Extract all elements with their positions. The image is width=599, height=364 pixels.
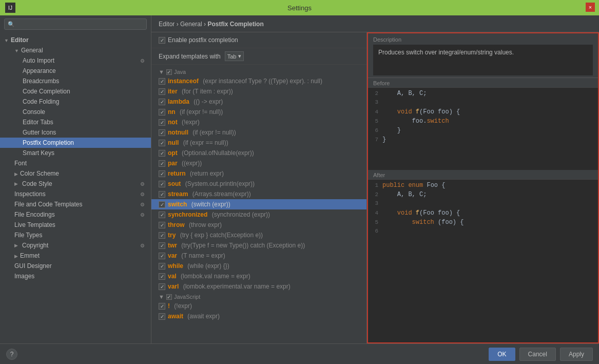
settings-icon-fct[interactable]: ⚙: [140, 202, 145, 207]
template-twr[interactable]: twr (try(Type f = new Type()) catch (Exc…: [151, 240, 366, 251]
sidebar-item-color-scheme[interactable]: ▶Color Scheme: [0, 168, 151, 179]
tree-area: ▼Editor ▼General Auto Import ⚙ Appearanc…: [0, 33, 151, 343]
opt-cb[interactable]: [159, 150, 165, 157]
sidebar-item-smart-keys[interactable]: Smart Keys: [0, 148, 151, 158]
settings-icon-inspections[interactable]: ⚙: [140, 191, 145, 197]
not-cb[interactable]: [159, 119, 165, 126]
settings-icon-fe[interactable]: ⚙: [140, 212, 145, 218]
sidebar-item-console[interactable]: Console: [0, 107, 151, 117]
template-null[interactable]: null (if (expr == null)): [151, 138, 366, 148]
close-button[interactable]: ×: [586, 3, 595, 12]
template-lambda[interactable]: lambda (() -> expr): [151, 97, 366, 107]
sidebar-item-code-folding[interactable]: Code Folding: [0, 97, 151, 107]
template-return[interactable]: return (return expr): [151, 168, 366, 179]
app-icon: IJ: [5, 3, 15, 13]
iter-cb[interactable]: [159, 88, 165, 95]
while-cb[interactable]: [159, 263, 165, 270]
sidebar-item-editor-tabs[interactable]: Editor Tabs: [0, 117, 151, 127]
template-stream[interactable]: stream (Arrays.stream(expr)): [151, 189, 366, 199]
template-not[interactable]: not (!expr): [151, 117, 366, 127]
apply-button[interactable]: Apply: [560, 348, 593, 361]
sidebar-item-editor[interactable]: ▼Editor: [0, 35, 151, 45]
sidebar-item-appearance[interactable]: Appearance: [0, 66, 151, 76]
var-cb[interactable]: [159, 253, 165, 259]
sidebar-item-inspections[interactable]: Inspections ⚙: [0, 189, 151, 199]
varl-cb[interactable]: [159, 283, 165, 290]
java-section-triangle: ▼: [159, 69, 164, 75]
after-line-2: 2 A, B, C;: [368, 191, 598, 200]
enable-checkbox[interactable]: [159, 37, 165, 44]
js-section-cb[interactable]: [166, 294, 172, 300]
sout-cb[interactable]: [159, 181, 165, 187]
template-notnull[interactable]: notnull (if (expr != null)): [151, 127, 366, 138]
enable-checkbox-label[interactable]: Enable postfix completion: [159, 36, 238, 44]
expand-select[interactable]: Tab ▾: [225, 51, 244, 61]
sidebar-item-file-code-templates[interactable]: File and Code Templates ⚙: [0, 199, 151, 209]
template-opt[interactable]: opt (Optional.ofNullable(expr)): [151, 148, 366, 158]
template-while[interactable]: while (while (expr) {}): [151, 261, 366, 271]
template-nn[interactable]: nn (if (expr != null)): [151, 107, 366, 117]
java-section-cb[interactable]: [166, 69, 172, 75]
stream-cb[interactable]: [159, 191, 165, 198]
bottom-bar: ? OK Cancel Apply: [0, 343, 599, 364]
breadcrumb: Editor › General › Postfix Completion: [159, 21, 264, 28]
settings-icon[interactable]: ⚙: [140, 58, 145, 64]
help-button[interactable]: ?: [6, 349, 17, 360]
return-cb[interactable]: [159, 170, 165, 177]
throw-cb[interactable]: [159, 222, 165, 228]
sidebar-item-emmet[interactable]: ▶Emmet: [0, 251, 151, 261]
template-par[interactable]: par ((expr)): [151, 158, 366, 168]
template-try[interactable]: try (try { exp } catch(Exception e)): [151, 230, 366, 240]
template-val[interactable]: val (lombok.val name = expr): [151, 271, 366, 281]
twr-cb[interactable]: [159, 242, 165, 249]
cancel-button[interactable]: Cancel: [519, 348, 556, 361]
instanceof-cb[interactable]: [159, 78, 165, 85]
java-section-label: Java: [174, 69, 186, 75]
sidebar-item-gutter-icons[interactable]: Gutter Icons: [0, 127, 151, 138]
sidebar-item-gui-designer[interactable]: GUI Designer: [0, 261, 151, 271]
sidebar-label-fe: File Encodings: [14, 211, 55, 218]
switch-cb[interactable]: [159, 201, 165, 208]
template-throw[interactable]: throw (throw expr): [151, 220, 366, 230]
val-cb[interactable]: [159, 273, 165, 280]
sidebar-item-file-types[interactable]: File Types: [0, 230, 151, 240]
template-js-await[interactable]: await (await expr): [151, 311, 366, 321]
expand-value: Tab: [227, 53, 237, 60]
template-varl[interactable]: varl (lombok.experimental.var name = exp…: [151, 281, 366, 292]
search-input[interactable]: [17, 21, 143, 28]
js-await-cb[interactable]: [159, 313, 165, 320]
settings-icon-code-style[interactable]: ⚙: [140, 181, 145, 187]
sidebar-item-code-completion[interactable]: Code Completion: [0, 86, 151, 97]
template-instanceof[interactable]: instanceof (expr instanceof Type ? ((Typ…: [151, 76, 366, 86]
template-var[interactable]: var (T name = expr): [151, 251, 366, 261]
js-not-cb[interactable]: [159, 303, 165, 310]
template-iter[interactable]: iter (for (T item : expr)): [151, 86, 366, 97]
sidebar-item-copyright[interactable]: ▶Copyright ⚙: [0, 240, 151, 251]
template-js-not[interactable]: ! (!expr): [151, 301, 366, 311]
null-cb[interactable]: [159, 140, 165, 146]
sidebar-item-auto-import[interactable]: Auto Import ⚙: [0, 55, 151, 66]
synchronized-cb[interactable]: [159, 212, 165, 218]
sidebar-item-font[interactable]: Font: [0, 158, 151, 168]
template-switch[interactable]: switch (switch (expr)): [151, 199, 366, 209]
sidebar-item-code-style[interactable]: ▶Code Style ⚙: [0, 179, 151, 189]
sidebar-item-postfix-completion[interactable]: Postfix Completion: [0, 138, 151, 148]
template-synchronized[interactable]: synchronized (synchronized (expr)): [151, 209, 366, 220]
sidebar-item-file-encodings[interactable]: File Encodings ⚙: [0, 209, 151, 220]
notnull-cb[interactable]: [159, 129, 165, 136]
search-box[interactable]: 🔍: [4, 18, 147, 30]
panel-header: Editor › General › Postfix Completion: [151, 15, 599, 32]
nn-cb[interactable]: [159, 109, 165, 116]
ok-button[interactable]: OK: [489, 348, 515, 361]
enable-row: Enable postfix completion: [151, 32, 366, 48]
settings-icon-copyright[interactable]: ⚙: [140, 243, 145, 248]
try-cb[interactable]: [159, 232, 165, 239]
sidebar-item-live-templates[interactable]: Live Templates: [0, 220, 151, 230]
par-cb[interactable]: [159, 160, 165, 167]
sidebar-item-images[interactable]: Images: [0, 271, 151, 281]
before-label: Before: [368, 78, 598, 88]
lambda-cb[interactable]: [159, 99, 165, 105]
template-sout[interactable]: sout (System.out.println(expr)): [151, 179, 366, 189]
sidebar-item-general[interactable]: ▼General: [0, 45, 151, 55]
sidebar-item-breadcrumbs[interactable]: Breadcrumbs: [0, 76, 151, 86]
